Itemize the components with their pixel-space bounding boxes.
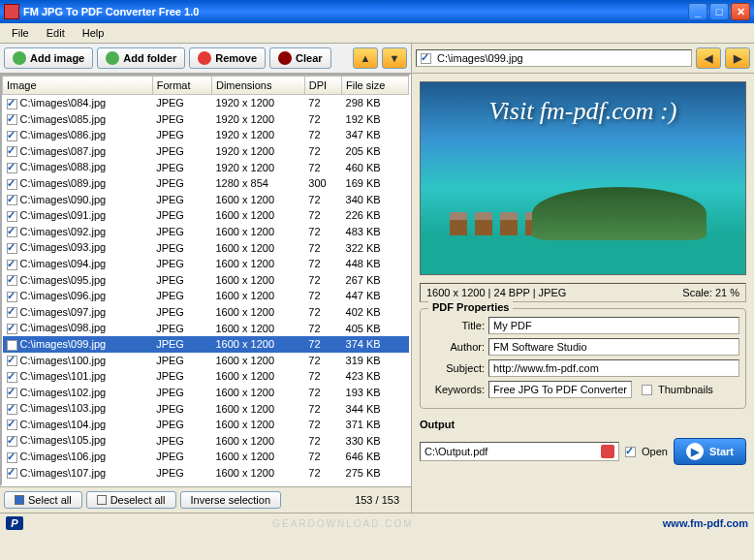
table-row[interactable]: C:\images\095.jpgJPEG1600 x 120072267 KB xyxy=(3,272,409,289)
table-row[interactable]: C:\images\097.jpgJPEG1600 x 120072402 KB xyxy=(3,304,409,321)
subject-input[interactable] xyxy=(488,359,739,377)
row-checkbox[interactable] xyxy=(7,372,17,383)
checkbox-off-icon xyxy=(97,495,107,505)
table-row[interactable]: C:\images\089.jpgJPEG1280 x 854300169 KB xyxy=(3,175,409,192)
row-checkbox[interactable] xyxy=(7,468,17,479)
plus-icon xyxy=(13,51,26,65)
table-row[interactable]: C:\images\090.jpgJPEG1600 x 120072340 KB xyxy=(3,192,409,208)
row-checkbox[interactable] xyxy=(7,452,17,463)
select-all-button[interactable]: Select all xyxy=(4,491,82,509)
menu-file[interactable]: File xyxy=(4,25,37,41)
row-checkbox[interactable] xyxy=(7,146,17,157)
add-folder-button[interactable]: Add folder xyxy=(97,47,185,69)
table-row[interactable]: C:\images\091.jpgJPEG1600 x 120072226 KB xyxy=(3,207,409,224)
table-row[interactable]: C:\images\094.jpgJPEG1600 x 120072448 KB xyxy=(3,256,409,272)
clear-icon xyxy=(278,51,292,65)
row-checkbox[interactable] xyxy=(7,179,17,190)
statusbar: P GEARDOWNLOAD.COM www.fm-pdf.com xyxy=(0,513,754,533)
table-row[interactable]: C:\images\103.jpgJPEG1600 x 120072344 KB xyxy=(3,400,409,417)
row-checkbox[interactable] xyxy=(7,307,17,318)
row-checkbox[interactable] xyxy=(7,324,17,334)
website-link[interactable]: www.fm-pdf.com xyxy=(663,517,748,529)
row-checkbox[interactable] xyxy=(7,420,17,430)
menubar: File Edit Help xyxy=(0,23,754,44)
close-button[interactable]: ✕ xyxy=(731,3,750,20)
table-row[interactable]: C:\images\093.jpgJPEG1600 x 120072322 KB xyxy=(3,239,409,256)
preview-checkbox[interactable] xyxy=(421,53,431,64)
pdf-properties-group: PDF Properties Title: Author: Subject: K… xyxy=(420,308,746,409)
row-checkbox[interactable] xyxy=(7,260,17,270)
menu-edit[interactable]: Edit xyxy=(39,25,73,41)
col-filesize[interactable]: File size xyxy=(342,77,409,95)
menu-help[interactable]: Help xyxy=(75,25,112,41)
row-checkbox[interactable] xyxy=(7,388,17,398)
table-row[interactable]: C:\images\100.jpgJPEG1600 x 120072319 KB xyxy=(3,353,409,369)
col-dimensions[interactable]: Dimensions xyxy=(211,77,304,95)
thumbnails-checkbox[interactable] xyxy=(642,385,652,395)
row-checkbox[interactable] xyxy=(7,131,17,141)
row-checkbox[interactable] xyxy=(7,227,17,237)
output-row: Output xyxy=(420,419,746,430)
row-checkbox[interactable] xyxy=(7,404,17,415)
paypal-icon[interactable]: P xyxy=(6,516,23,530)
add-image-button[interactable]: Add image xyxy=(4,47,93,69)
table-row[interactable]: C:\images\101.jpgJPEG1600 x 120072423 KB xyxy=(3,368,409,385)
next-image-button[interactable]: ▶ xyxy=(725,47,750,69)
table-row[interactable]: C:\images\104.jpgJPEG1600 x 120072371 KB xyxy=(3,417,409,433)
row-checkbox[interactable] xyxy=(7,195,17,205)
table-row[interactable]: C:\images\088.jpgJPEG1920 x 120072460 KB xyxy=(3,159,409,175)
keywords-input[interactable] xyxy=(488,381,632,398)
titlebar: FM JPG To PDF Converter Free 1.0 _ □ ✕ xyxy=(0,0,754,23)
row-checkbox[interactable] xyxy=(7,243,17,254)
move-up-button[interactable]: ▲ xyxy=(353,47,378,69)
move-down-button[interactable]: ▼ xyxy=(382,47,407,69)
output-path-field[interactable]: C:\Output.pdf xyxy=(420,442,619,461)
table-row[interactable]: C:\images\105.jpgJPEG1600 x 120072330 KB xyxy=(3,432,409,449)
start-button[interactable]: ▶Start xyxy=(674,438,746,465)
col-image[interactable]: Image xyxy=(3,77,153,95)
deselect-all-button[interactable]: Deselect all xyxy=(86,491,176,509)
clear-button[interactable]: Clear xyxy=(269,47,331,69)
col-format[interactable]: Format xyxy=(152,77,211,95)
row-checkbox[interactable] xyxy=(7,436,17,447)
minimize-button[interactable]: _ xyxy=(688,3,707,20)
title-input[interactable] xyxy=(488,317,739,334)
row-checkbox[interactable] xyxy=(7,356,17,366)
table-row[interactable]: C:\images\099.jpgJPEG1600 x 120072374 KB xyxy=(3,336,409,353)
row-checkbox[interactable] xyxy=(7,340,17,351)
row-checkbox[interactable] xyxy=(7,114,17,125)
table-row[interactable]: C:\images\106.jpgJPEG1600 x 120072646 KB xyxy=(3,449,409,465)
inverse-selection-button[interactable]: Inverse selection xyxy=(180,491,282,509)
remove-button[interactable]: Remove xyxy=(189,47,266,69)
right-panel: C:\images\099.jpg ◀ ▶ Visit fm-pdf.com :… xyxy=(412,44,754,513)
row-checkbox[interactable] xyxy=(7,99,17,109)
row-checkbox[interactable] xyxy=(7,163,17,173)
preview-info: 1600 x 1200 | 24 BPP | JPEG Scale: 21 % xyxy=(420,283,746,302)
image-table[interactable]: Image Format Dimensions DPI File size C:… xyxy=(0,74,411,486)
table-row[interactable]: C:\images\087.jpgJPEG1920 x 120072205 KB xyxy=(3,143,409,160)
preview-toolbar: C:\images\099.jpg ◀ ▶ xyxy=(412,44,754,74)
table-row[interactable]: C:\images\086.jpgJPEG1920 x 120072347 KB xyxy=(3,127,409,143)
table-row[interactable]: C:\images\085.jpgJPEG1920 x 120072192 KB xyxy=(3,111,409,128)
row-checkbox[interactable] xyxy=(7,211,17,222)
col-dpi[interactable]: DPI xyxy=(304,77,341,95)
open-checkbox[interactable] xyxy=(625,447,636,457)
row-checkbox[interactable] xyxy=(7,292,17,302)
table-row[interactable]: C:\images\096.jpgJPEG1600 x 120072447 KB xyxy=(3,288,409,304)
preview-image: Visit fm-pdf.com :) xyxy=(420,81,746,275)
author-input[interactable] xyxy=(488,338,739,356)
table-row[interactable]: C:\images\092.jpgJPEG1600 x 120072483 KB xyxy=(3,224,409,240)
maximize-button[interactable]: □ xyxy=(709,3,729,20)
left-panel: Add image Add folder Remove Clear ▲ ▼ Im… xyxy=(0,44,412,513)
table-row[interactable]: C:\images\107.jpgJPEG1600 x 120072275 KB xyxy=(3,465,409,482)
checkbox-on-icon xyxy=(15,495,24,505)
pdf-icon xyxy=(601,445,614,458)
table-row[interactable]: C:\images\102.jpgJPEG1600 x 120072193 KB xyxy=(3,385,409,401)
minus-icon xyxy=(198,51,211,65)
preview-path-field: C:\images\099.jpg xyxy=(416,49,692,67)
window-title: FM JPG To PDF Converter Free 1.0 xyxy=(23,6,686,17)
table-row[interactable]: C:\images\098.jpgJPEG1600 x 120072405 KB xyxy=(3,320,409,336)
row-checkbox[interactable] xyxy=(7,275,17,286)
prev-image-button[interactable]: ◀ xyxy=(696,47,721,69)
table-row[interactable]: C:\images\084.jpgJPEG1920 x 120072298 KB xyxy=(3,95,409,111)
